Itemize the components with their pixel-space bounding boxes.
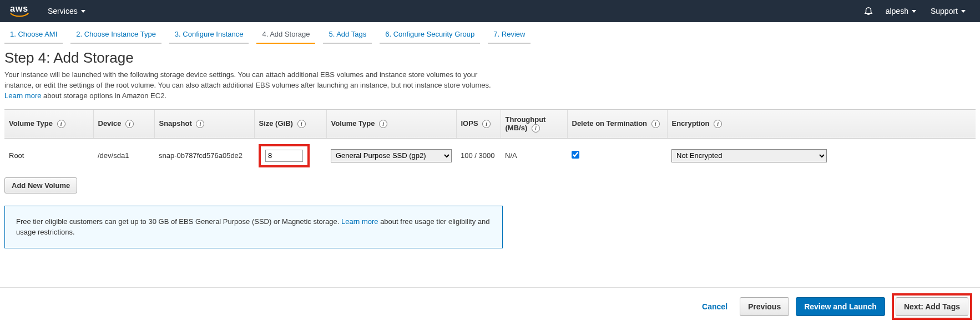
info-icon[interactable]: i [379,120,387,128]
info-icon[interactable]: i [532,124,540,133]
page-description: Your instance will be launched with the … [4,70,504,101]
col-iops-label: IOPS [461,119,478,128]
col-volume-type-label: Volume Type [9,119,53,128]
col-delete-on-termination-label: Delete on Termination [572,119,648,128]
cell-encryption: Not Encrypted [667,138,976,173]
col-volume-type: Volume Type i [4,109,93,138]
col-size: Size (GiB) i [254,109,326,138]
size-input[interactable] [265,150,303,162]
col-device-label: Device [98,119,122,128]
next-add-tags-button[interactable]: Next: Add Tags [896,297,968,316]
review-and-launch-button[interactable]: Review and Launch [796,297,885,316]
col-encryption: Encryption i [667,109,976,138]
cell-device: /dev/sda1 [93,138,154,173]
note-learn-more-link[interactable]: Learn more [341,217,378,226]
add-volume-container: Add New Volume [4,177,976,193]
caret-down-icon [961,10,966,13]
cell-delete-on-termination [567,138,667,173]
wizard-step-2[interactable]: 2. Choose Instance Type [70,27,161,44]
cancel-link[interactable]: Cancel [696,299,733,314]
col-iops: IOPS i [456,109,501,138]
col-encryption-label: Encryption [672,119,710,128]
col-snapshot: Snapshot i [154,109,254,138]
user-menu[interactable]: alpesh [886,7,916,16]
volume-type-select[interactable]: General Purpose SSD (gp2) [331,149,452,162]
size-highlight-box [259,144,310,167]
col-size-label: Size (GiB) [259,119,293,128]
wizard-step-3[interactable]: 3. Configure Instance [169,27,249,44]
aws-logo-text: aws [10,5,28,13]
cell-throughput: N/A [501,138,567,173]
services-label: Services [48,7,78,16]
services-menu[interactable]: Services [44,7,89,16]
free-tier-note: Free tier eligible customers can get up … [4,206,503,248]
info-icon[interactable]: i [482,120,491,128]
delete-on-termination-checkbox[interactable] [572,151,579,159]
info-icon[interactable]: i [714,120,722,128]
wizard-steps: 1. Choose AMI 2. Choose Instance Type 3.… [0,22,980,44]
info-icon[interactable]: i [196,120,204,128]
col-volume-type-select: Volume Type i [326,109,456,138]
storage-table-container: Volume Type i Device i Snapshot i Size (… [4,109,976,193]
col-throughput: Throughput (MB/s) i [501,109,567,138]
cell-snapshot: snap-0b787fcd576a05de2 [154,138,254,173]
cell-volume-type: Root [4,138,93,173]
col-snapshot-label: Snapshot [159,119,192,128]
top-nav: aws Services alpesh Support [0,0,980,22]
storage-table: Volume Type i Device i Snapshot i Size (… [4,109,976,173]
aws-smile-icon [10,13,29,17]
bell-icon [863,6,873,16]
caret-down-icon [912,10,916,13]
cell-volume-type-select: General Purpose SSD (gp2) [326,138,456,173]
main-content: Step 4: Add Storage Your instance will b… [0,44,980,248]
previous-button[interactable]: Previous [740,297,789,316]
wizard-step-4[interactable]: 4. Add Storage [256,27,315,44]
wizard-step-7[interactable]: 7. Review [488,27,531,44]
desc-text-1: Your instance will be launched with the … [4,70,491,89]
support-label: Support [931,7,958,16]
wizard-step-1[interactable]: 1. Choose AMI [4,27,63,44]
info-icon[interactable]: i [297,120,306,128]
wizard-step-5[interactable]: 5. Add Tags [323,27,372,44]
support-menu[interactable]: Support [931,7,966,16]
encryption-select[interactable]: Not Encrypted [671,149,827,162]
footer-actions: Cancel Previous Review and Launch Next: … [0,287,980,325]
info-icon[interactable]: i [57,120,65,128]
notifications-button[interactable] [863,6,873,17]
table-row: Root /dev/sda1 snap-0b787fcd576a05de2 Ge… [4,138,976,173]
next-highlight-box: Next: Add Tags [892,293,972,320]
col-volume-type-select-label: Volume Type [331,119,375,128]
col-device: Device i [93,109,154,138]
aws-logo[interactable]: aws [10,5,29,17]
info-icon[interactable]: i [651,120,660,128]
user-name-label: alpesh [886,7,908,16]
caret-down-icon [81,10,85,13]
learn-more-link[interactable]: Learn more [4,91,41,100]
info-icon[interactable]: i [125,120,134,128]
cell-iops: 100 / 3000 [456,138,501,173]
add-new-volume-button[interactable]: Add New Volume [4,177,77,193]
page-title: Step 4: Add Storage [4,49,976,67]
desc-text-2: about storage options in Amazon EC2. [43,91,166,100]
cell-size [254,138,326,173]
wizard-step-6[interactable]: 6. Configure Security Group [380,27,480,44]
col-delete-on-termination: Delete on Termination i [567,109,667,138]
note-text-1: Free tier eligible customers can get up … [16,217,339,226]
